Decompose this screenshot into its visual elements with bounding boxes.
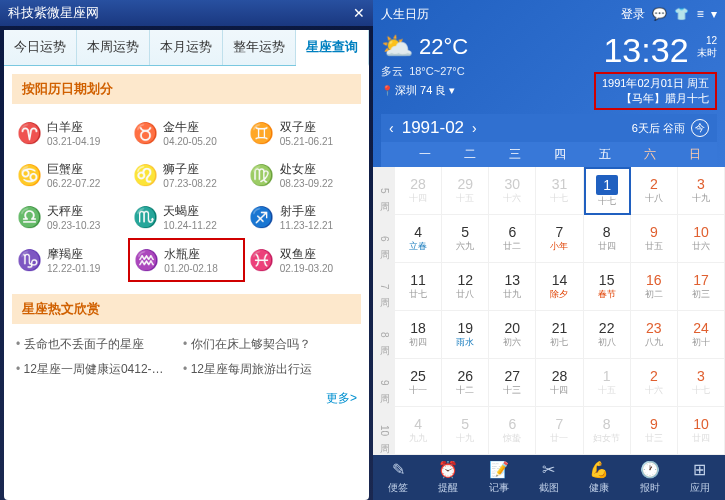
- prev-month-icon[interactable]: ‹: [389, 120, 394, 136]
- section-header-date: 按阳历日期划分: [12, 74, 361, 104]
- calendar-day[interactable]: 10廿六: [678, 215, 725, 263]
- calendar-day[interactable]: 22初八: [584, 311, 631, 359]
- dow-label: 二: [448, 142, 493, 167]
- article-link[interactable]: 你们在床上够契合吗？: [183, 332, 350, 357]
- calendar-day[interactable]: 30十六: [489, 167, 536, 215]
- toolbar-报时[interactable]: 🕐报时: [624, 455, 674, 500]
- month-nav-right: 6天后 谷雨 今: [632, 119, 709, 137]
- shirt-icon[interactable]: 👕: [674, 7, 689, 21]
- calendar-day[interactable]: 1十五: [584, 359, 631, 407]
- login-link[interactable]: 登录: [621, 7, 645, 21]
- date-box-highlight: 1991年02月01日 周五 【马年】腊月十七: [594, 72, 717, 110]
- calendar-day[interactable]: 28十四: [536, 359, 583, 407]
- calendar-day[interactable]: 29十五: [442, 167, 489, 215]
- panel-body: 今日运势本周运势本月运势整年运势星座查询 按阳历日期划分 ♈白羊座03.21-0…: [4, 30, 369, 500]
- calendar-day[interactable]: 28十四: [395, 167, 442, 215]
- calendar-day[interactable]: 4九九: [395, 407, 442, 455]
- menu-icon[interactable]: ≡: [697, 7, 704, 21]
- week-label: 7周: [373, 263, 395, 311]
- tab-4[interactable]: 星座查询: [296, 30, 369, 66]
- calendar-day[interactable]: 18初四: [395, 311, 442, 359]
- calendar-day[interactable]: 5六九: [442, 215, 489, 263]
- calendar-day[interactable]: 1十七: [584, 167, 631, 215]
- zodiac-白羊座[interactable]: ♈白羊座03.21-04.19: [12, 112, 128, 154]
- article-link[interactable]: 12星座一周健康运0412-…: [16, 357, 183, 382]
- location-row[interactable]: 深圳 74 良 ▾: [381, 79, 468, 102]
- more-link[interactable]: 更多>: [4, 386, 369, 411]
- zodiac-摩羯座[interactable]: ♑摩羯座12.22-01.19: [12, 238, 128, 282]
- calendar-day[interactable]: 12廿八: [442, 263, 489, 311]
- zodiac-双子座[interactable]: ♊双子座05.21-06.21: [245, 112, 361, 154]
- calendar-day[interactable]: 27十三: [489, 359, 536, 407]
- calendar-day[interactable]: 8廿四: [584, 215, 631, 263]
- toolbar-截图[interactable]: ✂截图: [524, 455, 574, 500]
- article-link[interactable]: 12星座每周旅游出行运: [183, 357, 350, 382]
- zodiac-巨蟹座[interactable]: ♋巨蟹座06.22-07.22: [12, 154, 128, 196]
- calendar-day[interactable]: 25十一: [395, 359, 442, 407]
- zodiac-icon: ♍: [248, 161, 276, 189]
- chat-icon[interactable]: 💬: [652, 7, 667, 21]
- zodiac-水瓶座[interactable]: ♒水瓶座01.20-02.18: [128, 238, 244, 282]
- zodiac-狮子座[interactable]: ♌狮子座07.23-08.22: [128, 154, 244, 196]
- calendar-day[interactable]: 17初三: [678, 263, 725, 311]
- zodiac-射手座[interactable]: ♐射手座11.23-12.21: [245, 196, 361, 238]
- calendar-day[interactable]: 21初七: [536, 311, 583, 359]
- calendar-day[interactable]: 31十七: [536, 167, 583, 215]
- calendar-day[interactable]: 2十八: [631, 167, 678, 215]
- tab-1[interactable]: 本周运势: [77, 30, 150, 65]
- calendar-day[interactable]: 11廿七: [395, 263, 442, 311]
- calendar-day[interactable]: 19雨水: [442, 311, 489, 359]
- dow-label: 三: [493, 142, 538, 167]
- zodiac-处女座[interactable]: ♍处女座08.23-09.22: [245, 154, 361, 196]
- toolbar-icon: ✎: [392, 460, 405, 479]
- weather-row: ⛅ 22°C 多云 18°C~27°C 深圳 74 良 ▾ 13:32 12未时…: [381, 27, 717, 114]
- calendar-day[interactable]: 6惊蛰: [489, 407, 536, 455]
- week-label: 6周: [373, 215, 395, 263]
- calendar-day[interactable]: 2十六: [631, 359, 678, 407]
- toolbar-应用[interactable]: ⊞应用: [675, 455, 725, 500]
- tab-0[interactable]: 今日运势: [4, 30, 77, 65]
- calendar-day[interactable]: 16初二: [631, 263, 678, 311]
- calendar-day[interactable]: 9廿三: [631, 407, 678, 455]
- zodiac-icon: ♋: [15, 161, 43, 189]
- calendar-day[interactable]: 24初十: [678, 311, 725, 359]
- toolbar-健康[interactable]: 💪健康: [574, 455, 624, 500]
- month-title[interactable]: 1991-02: [402, 118, 464, 138]
- calendar-day[interactable]: 26十二: [442, 359, 489, 407]
- calendar-day[interactable]: 15春节: [584, 263, 631, 311]
- calendar-day[interactable]: 10廿四: [678, 407, 725, 455]
- calendar-day[interactable]: 13廿九: [489, 263, 536, 311]
- zodiac-金牛座[interactable]: ♉金牛座04.20-05.20: [128, 112, 244, 154]
- calendar-day[interactable]: 7廿一: [536, 407, 583, 455]
- calendar-day[interactable]: 23八九: [631, 311, 678, 359]
- tab-3[interactable]: 整年运势: [223, 30, 296, 65]
- calendar-day[interactable]: 7小年: [536, 215, 583, 263]
- bottom-toolbar: ✎便签⏰提醒📝记事✂截图💪健康🕐报时⊞应用: [373, 455, 725, 500]
- close-icon[interactable]: ✕: [353, 5, 365, 21]
- chevron-down-icon[interactable]: ▾: [711, 7, 717, 21]
- calendar-day[interactable]: 20初六: [489, 311, 536, 359]
- toolbar-提醒[interactable]: ⏰提醒: [423, 455, 473, 500]
- tab-2[interactable]: 本月运势: [150, 30, 223, 65]
- toolbar-icon: ⊞: [693, 460, 706, 479]
- zodiac-icon: ♈: [15, 119, 43, 147]
- toolbar-便签[interactable]: ✎便签: [373, 455, 423, 500]
- calendar-day[interactable]: 9廿五: [631, 215, 678, 263]
- calendar-day[interactable]: 4立春: [395, 215, 442, 263]
- zodiac-icon: ♐: [248, 203, 276, 231]
- toolbar-记事[interactable]: 📝记事: [474, 455, 524, 500]
- calendar-day[interactable]: 5十九: [442, 407, 489, 455]
- calendar-day[interactable]: 6廿二: [489, 215, 536, 263]
- calendar-day[interactable]: 14除夕: [536, 263, 583, 311]
- calendar-day[interactable]: 3十七: [678, 359, 725, 407]
- toolbar-icon: 📝: [489, 460, 509, 479]
- next-month-icon[interactable]: ›: [472, 120, 477, 136]
- calendar-day[interactable]: 8妇女节: [584, 407, 631, 455]
- zodiac-panel: 科技紫微星座网 ✕ 今日运势本周运势本月运势整年运势星座查询 按阳历日期划分 ♈…: [0, 0, 373, 500]
- article-link[interactable]: 丢命也不丢面子的星座: [16, 332, 183, 357]
- calendar-day[interactable]: 3十九: [678, 167, 725, 215]
- zodiac-双鱼座[interactable]: ♓双鱼座02.19-03.20: [245, 238, 361, 282]
- today-button[interactable]: 今: [691, 119, 709, 137]
- zodiac-天秤座[interactable]: ♎天秤座09.23-10.23: [12, 196, 128, 238]
- zodiac-天蝎座[interactable]: ♏天蝎座10.24-11.22: [128, 196, 244, 238]
